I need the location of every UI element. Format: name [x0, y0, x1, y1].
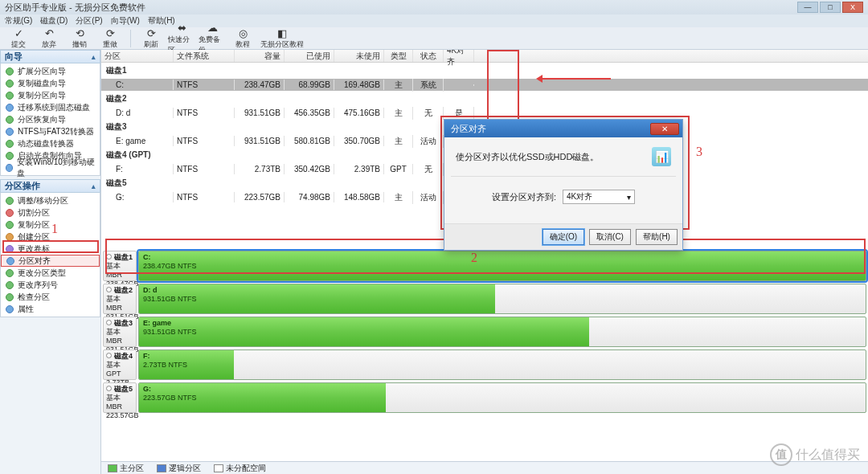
- dialog-info-text: 使分区对齐以优化SSD或HDD磁盘。: [456, 151, 645, 163]
- col-align[interactable]: 4K对齐: [444, 50, 474, 62]
- cell-align: 是: [444, 107, 474, 120]
- cell-type: 主: [384, 191, 413, 204]
- panel-wizard-head[interactable]: 向导 ▴: [0, 50, 100, 63]
- partition-row[interactable]: C:NTFS238.47GB68.99GB169.48GB主系统: [101, 79, 868, 91]
- nav-label: 扩展分区向导: [18, 66, 66, 77]
- dialog-field-row: 设置分区对齐到: 4K对齐 ▾: [451, 177, 676, 217]
- collapse-icon[interactable]: ▴: [92, 182, 96, 190]
- dialog-titlebar[interactable]: 分区对齐 ✕: [444, 120, 682, 137]
- menubar: 常规(G) 磁盘(D) 分区(P) 向导(W) 帮助(H): [0, 14, 868, 27]
- bullet-icon: [6, 92, 14, 100]
- disk-bar[interactable]: F:2.73TB NTFS: [138, 349, 866, 380]
- menu-general[interactable]: 常规(G): [5, 15, 32, 27]
- nav-更改卷标[interactable]: 更改卷标: [1, 243, 100, 255]
- disk-group[interactable]: 磁盘1: [101, 63, 868, 79]
- close-button[interactable]: X: [842, 2, 863, 13]
- collapse-icon[interactable]: ▴: [92, 53, 96, 61]
- toolbar-label: 撤销: [72, 39, 87, 50]
- cell-cap: 238.47GB: [235, 80, 285, 90]
- menu-disk[interactable]: 磁盘(D): [40, 15, 68, 27]
- legend-unalloc: 未分配空间: [214, 463, 266, 474]
- nav-更改序列号[interactable]: 更改序列号: [1, 279, 100, 291]
- disk-group[interactable]: 磁盘2: [101, 91, 868, 107]
- toolbar-撤销[interactable]: ⟲撤销: [66, 27, 93, 50]
- cell-cap: 223.57GB: [235, 192, 285, 202]
- col-fs[interactable]: 文件系统: [174, 50, 235, 62]
- menu-wizard[interactable]: 向导(W): [111, 15, 140, 27]
- nav-动态磁盘转换器[interactable]: 动态磁盘转换器: [1, 137, 100, 149]
- disk-label[interactable]: 磁盘2基本 MBR931.51GB: [103, 284, 137, 314]
- disk-label[interactable]: 磁盘4基本 GPT2.73TB: [103, 349, 137, 380]
- nav-分区恢复向导[interactable]: 分区恢复向导: [1, 113, 100, 125]
- col-used[interactable]: 已使用: [285, 50, 334, 62]
- disk-bar[interactable]: E: game931.51GB NTFS: [138, 317, 866, 347]
- cell-status: 活动: [413, 135, 444, 148]
- disk-label[interactable]: 磁盘5基本 MBR223.57GB: [103, 382, 137, 413]
- partition-row[interactable]: D: dNTFS931.51GB456.35GB475.16GB主无是: [101, 107, 868, 119]
- toolbar-放弃[interactable]: ↶放弃: [35, 27, 63, 50]
- nav-label: 分区恢复向导: [18, 114, 66, 125]
- disk-bars: 磁盘1基本 MBR238.47GBC:238.47GB NTFS磁盘2基本 MB…: [101, 249, 868, 461]
- nav-更改分区类型[interactable]: 更改分区类型: [1, 267, 100, 279]
- annotation-1: 1: [51, 222, 58, 236]
- nav-扩展分区向导[interactable]: 扩展分区向导: [1, 65, 100, 77]
- nav-检查分区[interactable]: 检查分区: [1, 291, 100, 303]
- bullet-icon: [6, 80, 14, 88]
- col-type[interactable]: 类型: [384, 50, 413, 62]
- cell-free: 350.70GB: [334, 136, 384, 146]
- nav-创建分区[interactable]: 创建分区: [1, 231, 100, 243]
- bullet-icon: [6, 116, 14, 124]
- nav-label: 创建分区: [18, 231, 50, 243]
- nav-label: 更改序列号: [18, 280, 58, 291]
- disk-label[interactable]: 磁盘1基本 MBR238.47GB: [103, 251, 137, 281]
- content: 分区 文件系统 容量 已使用 未使用 类型 状态 4K对齐 磁盘1C:NTFS2…: [101, 50, 868, 474]
- nav-复制分区[interactable]: 复制分区: [1, 219, 100, 231]
- nav-迁移系统到固态磁盘[interactable]: 迁移系统到固态磁盘: [1, 101, 100, 113]
- legend-primary: 主分区: [108, 463, 144, 474]
- cell-type: 主: [384, 79, 413, 92]
- disk-label[interactable]: 磁盘3基本 MBR931.51GB: [103, 317, 137, 347]
- ok-button[interactable]: 确定(O): [542, 229, 584, 245]
- arrow-icon: [538, 78, 611, 80]
- col-cap[interactable]: 容量: [235, 50, 285, 62]
- panel-wizard-title: 向导: [5, 51, 23, 63]
- toolbar-提交[interactable]: ✓提交: [5, 27, 32, 50]
- cancel-button[interactable]: 取消(C): [589, 229, 631, 245]
- disk-bar[interactable]: G:223.57GB NTFS: [138, 382, 866, 413]
- toolbar-教程[interactable]: ◎教程: [229, 27, 256, 50]
- dialog-info: 使分区对齐以优化SSD或HDD磁盘。 📊: [451, 144, 676, 177]
- align-select[interactable]: 4K对齐 ▾: [563, 190, 635, 204]
- disk-bar[interactable]: D: d931.51GB NTFS: [138, 284, 866, 314]
- nav-调整/移动分区[interactable]: 调整/移动分区: [1, 194, 100, 206]
- col-status[interactable]: 状态: [413, 50, 444, 62]
- nav-安装Win8/10到移动硬盘[interactable]: 安装Win8/10到移动硬盘: [1, 161, 100, 174]
- nav-label: 更改分区类型: [18, 268, 66, 279]
- nav-复制磁盘向导[interactable]: 复制磁盘向导: [1, 77, 100, 89]
- disk-bar[interactable]: C:238.47GB NTFS: [138, 251, 866, 281]
- nav-切割分区[interactable]: 切割分区: [1, 206, 100, 219]
- cell-type: GPT: [384, 164, 413, 174]
- nav-NTFS与FAT32转换器[interactable]: NTFS与FAT32转换器: [1, 125, 100, 137]
- cell-type: 主: [384, 135, 413, 148]
- help-button[interactable]: 帮助(H): [636, 229, 678, 245]
- nav-复制分区向导[interactable]: 复制分区向导: [1, 89, 100, 101]
- panel-ops-head[interactable]: 分区操作 ▴: [0, 179, 100, 193]
- toolbar-无损分区教程[interactable]: ◧无损分区教程: [260, 27, 305, 50]
- toolbar-重做[interactable]: ⟳重做: [96, 27, 124, 50]
- dialog-close-button[interactable]: ✕: [650, 123, 679, 135]
- led-icon: [106, 320, 112, 325]
- toolbar-刷新[interactable]: ⟳刷新: [137, 27, 165, 50]
- maximize-button[interactable]: □: [820, 2, 841, 13]
- toolbar-icon: ⟳: [145, 27, 158, 39]
- toolbar-icon: ◎: [236, 27, 249, 39]
- cell-fs: NTFS: [174, 108, 235, 118]
- nav-属性[interactable]: 属性: [1, 303, 100, 315]
- nav-label: 复制分区向导: [18, 90, 66, 101]
- nav-分区对齐[interactable]: 分区对齐: [1, 255, 100, 267]
- minimize-button[interactable]: —: [797, 2, 818, 13]
- dialog-title: 分区对齐: [451, 123, 486, 135]
- bar-label: E: game: [143, 319, 171, 328]
- col-free[interactable]: 未使用: [334, 50, 384, 62]
- menu-partition[interactable]: 分区(P): [76, 15, 102, 27]
- col-name[interactable]: 分区: [101, 50, 174, 62]
